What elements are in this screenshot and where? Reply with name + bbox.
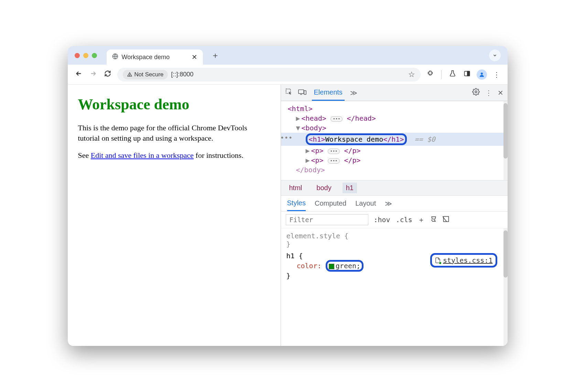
minimize-window-button[interactable] [83,53,88,58]
tab-layout[interactable]: Layout [355,196,376,211]
toolbar: Not Secure [::]:8000 ☆ ⋮ [68,65,508,85]
svg-point-11 [475,91,477,93]
svg-point-6 [481,73,483,75]
sidepanel-icon[interactable] [462,70,472,79]
source-link[interactable]: styles.css:1 [443,256,493,264]
maximize-window-button[interactable] [92,53,97,58]
tab-styles[interactable]: Styles [287,196,306,211]
dom-tree[interactable]: <html> ▶<head> ••• </head> ▼<body> ••• <… [281,101,503,180]
page-paragraph-1: This is the demo page for the official C… [78,123,270,143]
back-button[interactable] [74,70,84,79]
file-icon [435,257,441,264]
dom-breadcrumb: html body h1 [281,180,508,196]
rendered-page: Workspace demo This is the demo page for… [68,85,281,346]
titlebar: Workspace demo ✕ ＋ [68,46,508,65]
tab-elements[interactable]: Elements [312,85,345,101]
color-swatch[interactable] [329,264,334,269]
svg-point-2 [129,75,130,76]
ellipsis-icon[interactable]: ••• [328,158,340,164]
new-style-rule-icon[interactable]: ＋ [418,215,425,225]
highlight-annotation-source: styles.css:1 [430,253,497,268]
ellipsis-icon[interactable]: ••• [330,116,343,122]
styles-filter-row: :hov .cls ＋ [281,211,508,228]
page-heading: Workspace demo [78,94,270,115]
address-bar[interactable]: Not Secure [::]:8000 ☆ [117,68,421,81]
tutorial-link[interactable]: Edit and save files in a workspace [91,151,194,160]
extensions-icon[interactable] [425,70,435,79]
security-chip[interactable]: Not Secure [123,70,168,79]
profile-avatar[interactable] [477,69,487,80]
highlight-annotation: <h1>Workspace demo</h1> [306,133,407,145]
page-paragraph-2: See Edit and save files in a workspace f… [78,150,270,161]
menu-icon[interactable]: ⋮ [492,70,501,79]
browser-tab[interactable]: Workspace demo ✕ [107,50,203,65]
hov-toggle[interactable]: :hov [374,216,390,224]
toolbar-separator [441,70,442,79]
devtools-tabstrip: Elements ≫ ⋮ ✕ [281,85,508,101]
styles-filter-input[interactable] [286,214,368,225]
highlight-annotation-value: green; [326,260,364,272]
labs-icon[interactable] [448,70,457,79]
svg-rect-5 [467,71,469,76]
computed-panel-icon[interactable] [443,216,449,224]
content-area: Workspace demo This is the demo page for… [68,85,508,346]
styles-scrollbar[interactable] [503,228,508,346]
more-styles-tabs-icon[interactable]: ≫ [385,196,392,211]
url-text: [::]:8000 [171,71,194,78]
close-tab-icon[interactable]: ✕ [192,53,197,61]
tabs-dropdown-button[interactable] [489,50,501,61]
tab-computed[interactable]: Computed [315,196,346,211]
styles-tabstrip: Styles Computed Layout ≫ [281,196,508,211]
settings-gear-icon[interactable] [472,88,480,97]
device-toggle-icon[interactable] [298,88,306,97]
forward-button[interactable] [88,70,98,79]
close-window-button[interactable] [75,53,80,58]
breadcrumb-body[interactable]: body [313,183,335,193]
window-controls [75,53,97,58]
more-tabs-icon[interactable]: ≫ [350,89,357,97]
reload-button[interactable] [103,70,112,79]
svg-rect-8 [298,90,303,94]
devtools-panel: Elements ≫ ⋮ ✕ <html> ▶<head> ••• </head… [281,85,508,346]
row-actions-icon[interactable]: ••• [281,133,293,142]
bookmark-star-icon[interactable]: ☆ [408,70,415,79]
cls-toggle[interactable]: .cls [396,216,412,224]
new-tab-button[interactable]: ＋ [211,50,219,61]
breadcrumb-html[interactable]: html [286,183,306,193]
tab-title: Workspace demo [122,54,170,61]
svg-rect-10 [304,91,306,95]
dom-scrollbar[interactable] [503,101,508,180]
browser-window: Workspace demo ✕ ＋ Not Secure [::]:8000 … [68,46,508,346]
ellipsis-icon[interactable]: ••• [328,149,340,154]
inspect-icon[interactable] [285,88,293,97]
close-devtools-icon[interactable]: ✕ [498,89,503,97]
globe-icon [112,53,118,61]
dom-selected-row[interactable]: ••• <h1>Workspace demo</h1> == $0 [281,133,503,146]
copy-styles-icon[interactable] [430,216,437,224]
styles-rules[interactable]: element.style { } h1 { color: green; } [281,228,503,346]
breadcrumb-h1[interactable]: h1 [343,183,357,193]
devtools-menu-icon[interactable]: ⋮ [485,89,492,97]
security-label: Not Secure [134,71,164,78]
